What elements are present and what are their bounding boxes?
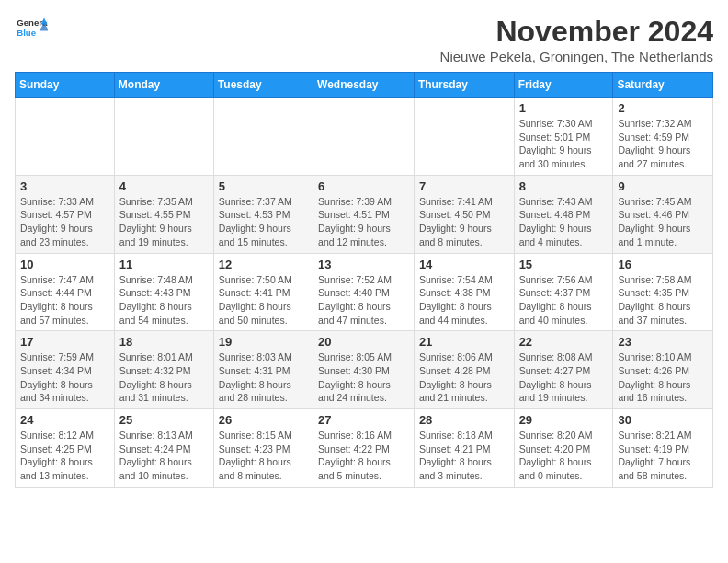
day-detail: Sunrise: 8:16 AMSunset: 4:22 PMDaylight:… xyxy=(318,429,409,483)
calendar-cell: 18Sunrise: 8:01 AMSunset: 4:32 PMDayligh… xyxy=(114,331,213,409)
day-detail: Sunrise: 8:13 AMSunset: 4:24 PMDaylight:… xyxy=(119,429,209,483)
calendar-cell: 10Sunrise: 7:47 AMSunset: 4:44 PMDayligh… xyxy=(16,253,115,331)
day-number: 27 xyxy=(318,413,409,427)
calendar-cell: 16Sunrise: 7:58 AMSunset: 4:35 PMDayligh… xyxy=(613,253,713,331)
day-detail: Sunrise: 8:18 AMSunset: 4:21 PMDaylight:… xyxy=(419,429,509,483)
calendar-cell: 3Sunrise: 7:33 AMSunset: 4:57 PMDaylight… xyxy=(16,175,115,253)
day-number: 28 xyxy=(419,413,509,427)
day-number: 24 xyxy=(20,413,109,427)
day-detail: Sunrise: 8:21 AMSunset: 4:19 PMDaylight:… xyxy=(618,429,708,483)
day-detail: Sunrise: 7:37 AMSunset: 4:53 PMDaylight:… xyxy=(219,195,308,249)
calendar-cell xyxy=(16,98,115,176)
day-number: 19 xyxy=(219,335,308,349)
day-detail: Sunrise: 8:20 AMSunset: 4:20 PMDaylight:… xyxy=(519,429,609,483)
day-detail: Sunrise: 7:58 AMSunset: 4:35 PMDaylight:… xyxy=(618,273,708,327)
calendar-cell xyxy=(213,98,313,176)
calendar-cell: 25Sunrise: 8:13 AMSunset: 4:24 PMDayligh… xyxy=(114,409,213,488)
day-number: 11 xyxy=(119,258,209,271)
title-area: November 2024 Nieuwe Pekela, Groningen, … xyxy=(440,15,713,64)
day-detail: Sunrise: 8:10 AMSunset: 4:26 PMDaylight:… xyxy=(618,350,708,405)
calendar-cell: 8Sunrise: 7:43 AMSunset: 4:48 PMDaylight… xyxy=(514,175,613,253)
day-number: 8 xyxy=(519,179,609,193)
day-number: 30 xyxy=(618,413,708,427)
calendar-cell: 22Sunrise: 8:08 AMSunset: 4:27 PMDayligh… xyxy=(514,331,613,409)
day-detail: Sunrise: 7:59 AMSunset: 4:34 PMDaylight:… xyxy=(20,350,109,405)
weekday-header-monday: Monday xyxy=(114,73,213,98)
day-detail: Sunrise: 7:41 AMSunset: 4:50 PMDaylight:… xyxy=(419,195,509,249)
day-number: 12 xyxy=(219,258,308,271)
location-title: Nieuwe Pekela, Groningen, The Netherland… xyxy=(440,49,713,64)
day-detail: Sunrise: 7:43 AMSunset: 4:48 PMDaylight:… xyxy=(519,195,609,249)
day-number: 23 xyxy=(618,335,708,349)
calendar-cell xyxy=(313,98,415,176)
weekday-header-thursday: Thursday xyxy=(414,73,514,98)
day-detail: Sunrise: 7:35 AMSunset: 4:55 PMDaylight:… xyxy=(119,195,209,249)
page-header: General Blue November 2024 Nieuwe Pekela… xyxy=(15,15,713,64)
svg-text:Blue: Blue xyxy=(17,28,36,38)
weekday-header-row: SundayMondayTuesdayWednesdayThursdayFrid… xyxy=(16,73,713,98)
calendar-cell: 14Sunrise: 7:54 AMSunset: 4:38 PMDayligh… xyxy=(414,253,514,331)
weekday-header-sunday: Sunday xyxy=(16,73,115,98)
calendar-cell: 20Sunrise: 8:05 AMSunset: 4:30 PMDayligh… xyxy=(313,331,415,409)
day-number: 18 xyxy=(119,335,209,349)
weekday-header-saturday: Saturday xyxy=(613,73,713,98)
calendar-cell: 24Sunrise: 8:12 AMSunset: 4:25 PMDayligh… xyxy=(16,409,115,488)
calendar-cell xyxy=(114,98,213,176)
day-detail: Sunrise: 7:54 AMSunset: 4:38 PMDaylight:… xyxy=(419,273,509,327)
day-number: 5 xyxy=(219,179,308,193)
day-detail: Sunrise: 7:52 AMSunset: 4:40 PMDaylight:… xyxy=(318,273,409,327)
day-number: 1 xyxy=(519,101,609,115)
day-number: 17 xyxy=(20,335,109,349)
day-detail: Sunrise: 7:48 AMSunset: 4:43 PMDaylight:… xyxy=(119,273,209,327)
day-number: 25 xyxy=(119,413,209,427)
calendar-cell: 4Sunrise: 7:35 AMSunset: 4:55 PMDaylight… xyxy=(114,175,213,253)
day-number: 2 xyxy=(618,101,708,115)
calendar-cell: 23Sunrise: 8:10 AMSunset: 4:26 PMDayligh… xyxy=(613,331,713,409)
week-row-2: 3Sunrise: 7:33 AMSunset: 4:57 PMDaylight… xyxy=(16,175,713,253)
calendar-cell: 15Sunrise: 7:56 AMSunset: 4:37 PMDayligh… xyxy=(514,253,613,331)
calendar-cell: 17Sunrise: 7:59 AMSunset: 4:34 PMDayligh… xyxy=(16,331,115,409)
day-number: 26 xyxy=(219,413,308,427)
day-detail: Sunrise: 7:39 AMSunset: 4:51 PMDaylight:… xyxy=(318,195,409,249)
day-number: 4 xyxy=(119,179,209,193)
day-detail: Sunrise: 8:05 AMSunset: 4:30 PMDaylight:… xyxy=(318,350,409,405)
day-number: 15 xyxy=(519,258,609,271)
day-detail: Sunrise: 7:32 AMSunset: 4:59 PMDaylight:… xyxy=(618,117,708,171)
calendar-cell: 12Sunrise: 7:50 AMSunset: 4:41 PMDayligh… xyxy=(213,253,313,331)
day-detail: Sunrise: 8:03 AMSunset: 4:31 PMDaylight:… xyxy=(219,350,308,405)
calendar-cell: 11Sunrise: 7:48 AMSunset: 4:43 PMDayligh… xyxy=(114,253,213,331)
calendar-cell: 21Sunrise: 8:06 AMSunset: 4:28 PMDayligh… xyxy=(414,331,514,409)
day-number: 22 xyxy=(519,335,609,349)
day-number: 21 xyxy=(419,335,509,349)
day-detail: Sunrise: 8:12 AMSunset: 4:25 PMDaylight:… xyxy=(20,429,109,483)
day-detail: Sunrise: 7:50 AMSunset: 4:41 PMDaylight:… xyxy=(219,273,308,327)
weekday-header-tuesday: Tuesday xyxy=(213,73,313,98)
calendar-cell: 28Sunrise: 8:18 AMSunset: 4:21 PMDayligh… xyxy=(414,409,514,488)
day-detail: Sunrise: 8:01 AMSunset: 4:32 PMDaylight:… xyxy=(119,350,209,405)
week-row-5: 24Sunrise: 8:12 AMSunset: 4:25 PMDayligh… xyxy=(16,409,713,488)
weekday-header-friday: Friday xyxy=(514,73,613,98)
day-detail: Sunrise: 7:30 AMSunset: 5:01 PMDaylight:… xyxy=(519,117,609,171)
weekday-header-wednesday: Wednesday xyxy=(313,73,415,98)
day-number: 6 xyxy=(318,179,409,193)
week-row-3: 10Sunrise: 7:47 AMSunset: 4:44 PMDayligh… xyxy=(16,253,713,331)
week-row-1: 1Sunrise: 7:30 AMSunset: 5:01 PMDaylight… xyxy=(16,98,713,176)
calendar-cell: 13Sunrise: 7:52 AMSunset: 4:40 PMDayligh… xyxy=(313,253,415,331)
day-number: 16 xyxy=(618,258,708,271)
day-number: 3 xyxy=(20,179,109,193)
day-number: 9 xyxy=(618,179,708,193)
day-detail: Sunrise: 8:08 AMSunset: 4:27 PMDaylight:… xyxy=(519,350,609,405)
calendar-cell: 9Sunrise: 7:45 AMSunset: 4:46 PMDaylight… xyxy=(613,175,713,253)
month-title: November 2024 xyxy=(440,15,713,49)
calendar-cell: 29Sunrise: 8:20 AMSunset: 4:20 PMDayligh… xyxy=(514,409,613,488)
calendar-cell: 30Sunrise: 8:21 AMSunset: 4:19 PMDayligh… xyxy=(613,409,713,488)
calendar-cell: 26Sunrise: 8:15 AMSunset: 4:23 PMDayligh… xyxy=(213,409,313,488)
logo-icon: General Blue xyxy=(15,15,48,40)
day-number: 20 xyxy=(318,335,409,349)
calendar-cell xyxy=(414,98,514,176)
day-number: 13 xyxy=(318,258,409,271)
logo: General Blue xyxy=(15,15,48,40)
calendar-cell: 19Sunrise: 8:03 AMSunset: 4:31 PMDayligh… xyxy=(213,331,313,409)
day-number: 14 xyxy=(419,258,509,271)
day-detail: Sunrise: 8:15 AMSunset: 4:23 PMDaylight:… xyxy=(219,429,308,483)
